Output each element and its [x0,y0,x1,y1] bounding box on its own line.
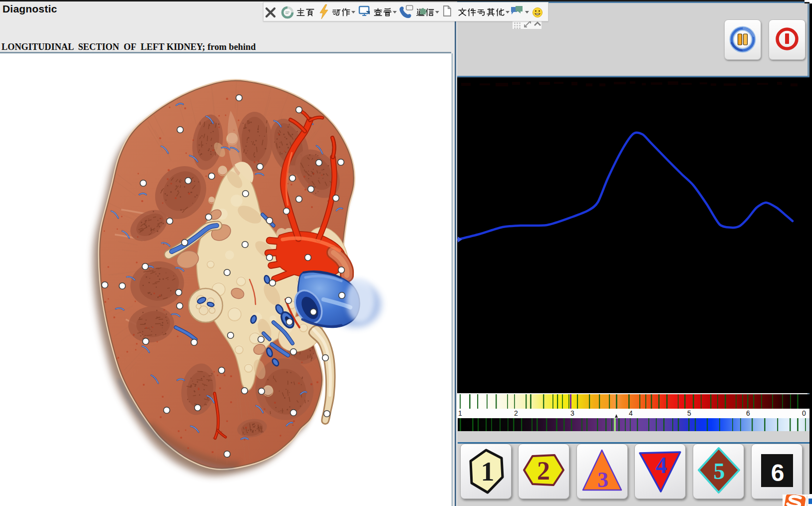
svg-text:6: 6 [771,460,785,486]
svg-text:5: 5 [714,459,725,484]
svg-text:4: 4 [656,453,667,478]
svg-text:1: 1 [481,457,495,487]
svg-text:3: 3 [597,468,608,492]
svg-text:2: 2 [537,457,550,485]
